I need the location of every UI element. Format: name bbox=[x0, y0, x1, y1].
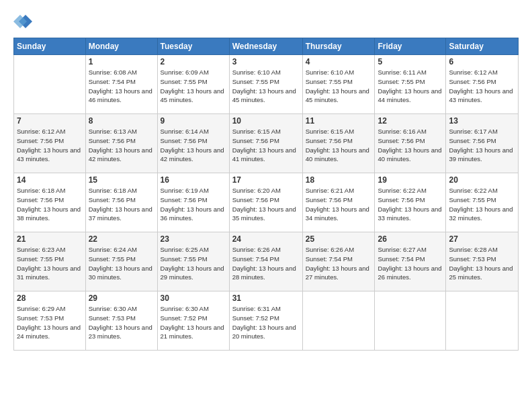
day-info: Sunrise: 6:24 AM Sunset: 7:55 PM Dayligh… bbox=[89, 245, 154, 282]
day-info: Sunrise: 6:10 AM Sunset: 7:55 PM Dayligh… bbox=[232, 68, 300, 105]
day-info: Sunrise: 6:21 AM Sunset: 7:56 PM Dayligh… bbox=[306, 186, 372, 223]
day-info: Sunrise: 6:14 AM Sunset: 7:56 PM Dayligh… bbox=[161, 127, 226, 164]
day-info: Sunrise: 6:18 AM Sunset: 7:56 PM Dayligh… bbox=[17, 186, 83, 223]
day-cell: 30Sunrise: 6:30 AM Sunset: 7:52 PM Dayli… bbox=[157, 291, 229, 351]
day-number: 8 bbox=[89, 116, 154, 126]
week-row-5: 28Sunrise: 6:29 AM Sunset: 7:53 PM Dayli… bbox=[14, 291, 519, 351]
day-number: 18 bbox=[306, 175, 372, 185]
day-info: Sunrise: 6:13 AM Sunset: 7:56 PM Dayligh… bbox=[89, 127, 154, 164]
day-number: 10 bbox=[232, 116, 300, 126]
logo bbox=[13, 12, 35, 31]
day-cell: 21Sunrise: 6:23 AM Sunset: 7:55 PM Dayli… bbox=[14, 232, 86, 291]
day-cell: 18Sunrise: 6:21 AM Sunset: 7:56 PM Dayli… bbox=[302, 173, 375, 232]
calendar-body: 1Sunrise: 6:08 AM Sunset: 7:54 PM Daylig… bbox=[14, 55, 519, 351]
day-number: 3 bbox=[232, 57, 300, 66]
day-cell: 25Sunrise: 6:26 AM Sunset: 7:54 PM Dayli… bbox=[302, 232, 375, 291]
day-number: 4 bbox=[306, 57, 372, 66]
day-info: Sunrise: 6:22 AM Sunset: 7:55 PM Dayligh… bbox=[449, 186, 515, 223]
day-number: 14 bbox=[17, 175, 83, 185]
week-row-2: 7Sunrise: 6:12 AM Sunset: 7:56 PM Daylig… bbox=[14, 114, 519, 173]
day-info: Sunrise: 6:20 AM Sunset: 7:56 PM Dayligh… bbox=[232, 186, 300, 223]
week-row-3: 14Sunrise: 6:18 AM Sunset: 7:56 PM Dayli… bbox=[14, 173, 519, 232]
day-number: 16 bbox=[161, 175, 226, 185]
day-cell: 7Sunrise: 6:12 AM Sunset: 7:56 PM Daylig… bbox=[14, 114, 86, 173]
day-number: 15 bbox=[89, 175, 154, 185]
day-info: Sunrise: 6:27 AM Sunset: 7:54 PM Dayligh… bbox=[378, 245, 443, 282]
day-info: Sunrise: 6:18 AM Sunset: 7:56 PM Dayligh… bbox=[89, 186, 154, 223]
day-cell: 23Sunrise: 6:25 AM Sunset: 7:55 PM Dayli… bbox=[157, 232, 229, 291]
day-number: 12 bbox=[378, 116, 443, 126]
day-cell bbox=[375, 291, 446, 351]
day-info: Sunrise: 6:31 AM Sunset: 7:52 PM Dayligh… bbox=[232, 304, 300, 341]
day-number: 26 bbox=[378, 234, 443, 244]
week-row-4: 21Sunrise: 6:23 AM Sunset: 7:55 PM Dayli… bbox=[14, 232, 519, 291]
day-cell bbox=[302, 291, 375, 351]
day-number: 29 bbox=[89, 293, 154, 303]
weekday-header-saturday: Saturday bbox=[446, 38, 519, 55]
day-number: 7 bbox=[17, 116, 83, 126]
day-cell: 11Sunrise: 6:15 AM Sunset: 7:56 PM Dayli… bbox=[302, 114, 375, 173]
weekday-header-wednesday: Wednesday bbox=[229, 38, 302, 55]
day-cell: 22Sunrise: 6:24 AM Sunset: 7:55 PM Dayli… bbox=[85, 232, 157, 291]
day-cell: 17Sunrise: 6:20 AM Sunset: 7:56 PM Dayli… bbox=[229, 173, 302, 232]
day-cell: 5Sunrise: 6:11 AM Sunset: 7:55 PM Daylig… bbox=[375, 55, 446, 114]
day-cell: 3Sunrise: 6:10 AM Sunset: 7:55 PM Daylig… bbox=[229, 55, 302, 114]
day-number: 30 bbox=[161, 293, 226, 303]
day-number: 23 bbox=[161, 234, 226, 244]
day-number: 28 bbox=[17, 293, 83, 303]
day-info: Sunrise: 6:29 AM Sunset: 7:53 PM Dayligh… bbox=[17, 304, 83, 341]
day-info: Sunrise: 6:16 AM Sunset: 7:56 PM Dayligh… bbox=[378, 127, 443, 164]
day-cell: 9Sunrise: 6:14 AM Sunset: 7:56 PM Daylig… bbox=[157, 114, 229, 173]
day-info: Sunrise: 6:22 AM Sunset: 7:56 PM Dayligh… bbox=[378, 186, 443, 223]
day-number: 19 bbox=[378, 175, 443, 185]
day-cell: 13Sunrise: 6:17 AM Sunset: 7:56 PM Dayli… bbox=[446, 114, 519, 173]
day-info: Sunrise: 6:23 AM Sunset: 7:55 PM Dayligh… bbox=[17, 245, 83, 282]
weekday-header-tuesday: Tuesday bbox=[157, 38, 229, 55]
day-number: 6 bbox=[449, 57, 515, 66]
weekday-row: SundayMondayTuesdayWednesdayThursdayFrid… bbox=[14, 38, 519, 55]
day-cell: 8Sunrise: 6:13 AM Sunset: 7:56 PM Daylig… bbox=[85, 114, 157, 173]
day-info: Sunrise: 6:15 AM Sunset: 7:56 PM Dayligh… bbox=[232, 127, 300, 164]
day-cell: 16Sunrise: 6:19 AM Sunset: 7:56 PM Dayli… bbox=[157, 173, 229, 232]
day-cell: 19Sunrise: 6:22 AM Sunset: 7:56 PM Dayli… bbox=[375, 173, 446, 232]
day-info: Sunrise: 6:30 AM Sunset: 7:53 PM Dayligh… bbox=[89, 304, 154, 341]
day-number: 1 bbox=[89, 57, 154, 66]
day-cell: 12Sunrise: 6:16 AM Sunset: 7:56 PM Dayli… bbox=[375, 114, 446, 173]
day-info: Sunrise: 6:30 AM Sunset: 7:52 PM Dayligh… bbox=[161, 304, 226, 341]
day-cell: 29Sunrise: 6:30 AM Sunset: 7:53 PM Dayli… bbox=[85, 291, 157, 351]
day-info: Sunrise: 6:11 AM Sunset: 7:55 PM Dayligh… bbox=[378, 68, 443, 105]
day-cell: 6Sunrise: 6:12 AM Sunset: 7:56 PM Daylig… bbox=[446, 55, 519, 114]
day-info: Sunrise: 6:25 AM Sunset: 7:55 PM Dayligh… bbox=[161, 245, 226, 282]
day-cell: 1Sunrise: 6:08 AM Sunset: 7:54 PM Daylig… bbox=[85, 55, 157, 114]
day-number: 2 bbox=[161, 57, 226, 66]
day-number: 27 bbox=[449, 234, 515, 244]
day-cell: 20Sunrise: 6:22 AM Sunset: 7:55 PM Dayli… bbox=[446, 173, 519, 232]
day-cell: 24Sunrise: 6:26 AM Sunset: 7:54 PM Dayli… bbox=[229, 232, 302, 291]
day-cell: 10Sunrise: 6:15 AM Sunset: 7:56 PM Dayli… bbox=[229, 114, 302, 173]
page: SundayMondayTuesdayWednesdayThursdayFrid… bbox=[0, 0, 532, 411]
day-number: 17 bbox=[232, 175, 300, 185]
week-row-1: 1Sunrise: 6:08 AM Sunset: 7:54 PM Daylig… bbox=[14, 55, 519, 114]
day-info: Sunrise: 6:15 AM Sunset: 7:56 PM Dayligh… bbox=[306, 127, 372, 164]
day-number: 24 bbox=[232, 234, 300, 244]
day-cell bbox=[446, 291, 519, 351]
day-number: 25 bbox=[306, 234, 372, 244]
day-number: 5 bbox=[378, 57, 443, 66]
day-number: 13 bbox=[449, 116, 515, 126]
day-info: Sunrise: 6:12 AM Sunset: 7:56 PM Dayligh… bbox=[449, 68, 515, 105]
day-info: Sunrise: 6:19 AM Sunset: 7:56 PM Dayligh… bbox=[161, 186, 226, 223]
day-cell: 2Sunrise: 6:09 AM Sunset: 7:55 PM Daylig… bbox=[157, 55, 229, 114]
day-info: Sunrise: 6:10 AM Sunset: 7:55 PM Dayligh… bbox=[306, 68, 372, 105]
day-info: Sunrise: 6:28 AM Sunset: 7:53 PM Dayligh… bbox=[449, 245, 515, 282]
day-cell: 15Sunrise: 6:18 AM Sunset: 7:56 PM Dayli… bbox=[85, 173, 157, 232]
day-info: Sunrise: 6:08 AM Sunset: 7:54 PM Dayligh… bbox=[89, 68, 154, 105]
logo-icon bbox=[13, 12, 32, 31]
day-number: 11 bbox=[306, 116, 372, 126]
day-info: Sunrise: 6:17 AM Sunset: 7:56 PM Dayligh… bbox=[449, 127, 515, 164]
day-info: Sunrise: 6:09 AM Sunset: 7:55 PM Dayligh… bbox=[161, 68, 226, 105]
day-number: 21 bbox=[17, 234, 83, 244]
day-cell: 28Sunrise: 6:29 AM Sunset: 7:53 PM Dayli… bbox=[14, 291, 86, 351]
day-cell bbox=[14, 55, 86, 114]
header bbox=[13, 12, 519, 31]
weekday-header-sunday: Sunday bbox=[14, 38, 86, 55]
